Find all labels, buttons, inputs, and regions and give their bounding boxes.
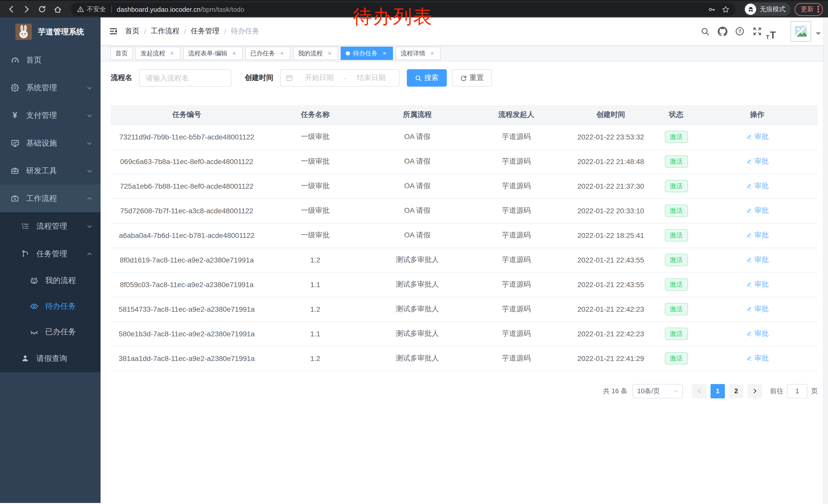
approve-link[interactable]: 审批: [746, 182, 769, 191]
next-page-button[interactable]: [747, 384, 762, 398]
search-icon[interactable]: [696, 22, 714, 40]
close-icon[interactable]: ×: [326, 50, 333, 57]
chevron-up-icon: [87, 251, 92, 257]
table-row: 069c6a63-7b8a-11ec-8ef0-acde48001122一级审批…: [111, 149, 818, 174]
table-row: 58154733-7ac8-11ec-a9e2-a2380e71991a1.2测…: [111, 297, 818, 321]
sidebar-item-devtools[interactable]: 研发工具: [0, 157, 100, 185]
status-badge: 激活: [665, 278, 688, 291]
svg-text:?: ?: [738, 29, 741, 34]
sidebar-item-label: 首页: [26, 55, 42, 65]
sidebar-item-done-tasks[interactable]: 已办任务: [0, 319, 100, 345]
tab-done-tasks[interactable]: 已办任务×: [245, 47, 290, 60]
table-row: 75d72608-7b7f-11ec-a3c8-acde48001122一级审批…: [111, 198, 818, 223]
sidebar-collapse-icon[interactable]: [100, 27, 125, 36]
tasks-table: 任务编号 任务名称 所属流程 流程发起人 创建时间 状态 操作 73211d9d…: [111, 105, 818, 371]
breadcrumb-workflow[interactable]: 工作流程: [151, 27, 179, 36]
sidebar-item-task-mgmt[interactable]: 任务管理: [0, 240, 100, 268]
breadcrumb-task-mgmt[interactable]: 任务管理: [191, 27, 219, 36]
date-range-picker[interactable]: 开始日期 - 结束日期: [280, 69, 400, 87]
font-size-icon[interactable]: TT: [766, 22, 783, 40]
page-button-1[interactable]: 1: [710, 384, 725, 398]
breadcrumb: 首页 / 工作流程 / 任务管理 / 待办任务: [125, 27, 259, 36]
approve-link[interactable]: 审批: [746, 132, 769, 141]
tab-home[interactable]: 首页: [110, 47, 133, 60]
logo-image: [15, 24, 32, 40]
pagination: 共 16 条 10条/页 1 2 前往 页: [111, 384, 818, 413]
tab-my-process[interactable]: 我的流程×: [293, 47, 338, 60]
sidebar-item-label: 任务管理: [36, 249, 67, 259]
sidebar-item-label: 研发工具: [26, 166, 57, 176]
close-icon[interactable]: ×: [381, 50, 388, 57]
sidebar-item-label: 待办任务: [45, 301, 76, 311]
sidebar-item-label: 请假查询: [36, 354, 67, 363]
browser-update-button[interactable]: 更新: [795, 3, 823, 16]
approve-link[interactable]: 审批: [746, 329, 769, 338]
col-initiator: 流程发起人: [467, 105, 566, 125]
tab-start-process[interactable]: 发起流程×: [135, 47, 180, 60]
main-area: 首页 / 工作流程 / 任务管理 / 待办任务 ?: [100, 17, 828, 503]
not-secure-label[interactable]: 不安全: [87, 5, 106, 13]
tab-form-edit[interactable]: 流程表单-编辑×: [183, 47, 243, 60]
monitor-icon: [10, 139, 19, 147]
url-text[interactable]: dashboard.yudao.iocoder.cn/bpm/task/todo: [117, 5, 244, 13]
browser-back-icon[interactable]: [5, 3, 17, 15]
process-name-input[interactable]: [139, 69, 232, 87]
table-row: 73211d9d-7b9b-11ec-b5b7-acde48001122一级审批…: [111, 125, 818, 149]
sidebar-item-todo-tasks[interactable]: 待办任务: [0, 293, 100, 319]
approve-link[interactable]: 审批: [746, 280, 769, 289]
password-key-icon[interactable]: [708, 5, 716, 13]
prev-page-button[interactable]: [692, 384, 706, 398]
approve-link[interactable]: 审批: [746, 231, 769, 240]
end-date-placeholder[interactable]: 结束日期: [348, 73, 394, 83]
table-body: 73211d9d-7b9b-11ec-b5b7-acde48001122一级审批…: [111, 125, 818, 371]
navbar-actions: ? TT: [696, 21, 828, 42]
github-icon[interactable]: [714, 22, 731, 40]
browser-forward-icon[interactable]: [20, 3, 33, 15]
close-icon[interactable]: ×: [169, 50, 175, 57]
table-row: 8f0d1619-7ac8-11ec-a9e2-a2380e71991a1.2测…: [111, 248, 818, 272]
approve-link[interactable]: 审批: [746, 206, 769, 215]
scrollbar[interactable]: [823, 17, 828, 504]
sidebar-item-home[interactable]: 首页: [0, 46, 100, 74]
sidebar-item-infrastructure[interactable]: 基础设施: [0, 129, 100, 157]
approve-link[interactable]: 审批: [746, 255, 769, 265]
close-icon[interactable]: ×: [279, 50, 285, 57]
browser-toolbar: 不安全 dashboard.yudao.iocoder.cn/bpm/task/…: [0, 0, 828, 17]
approve-link[interactable]: 审批: [746, 157, 769, 166]
start-date-placeholder[interactable]: 开始日期: [296, 73, 342, 83]
page-button-2[interactable]: 2: [729, 384, 743, 398]
sidebar-item-process-mgmt[interactable]: 流程管理: [0, 212, 100, 240]
tab-process-detail[interactable]: 流程详情×: [396, 47, 441, 60]
sidebar-item-label: 支付管理: [26, 110, 57, 120]
close-icon[interactable]: ×: [231, 50, 238, 57]
filter-form: 流程名 创建时间 开始日期 - 结束日期 搜索: [111, 69, 818, 87]
user-avatar[interactable]: [791, 21, 821, 42]
reset-button[interactable]: 重置: [452, 69, 492, 87]
incognito-badge: 无痕模式: [744, 3, 791, 16]
close-icon[interactable]: ×: [429, 50, 436, 57]
approve-link[interactable]: 审批: [746, 354, 769, 363]
approve-link[interactable]: 审批: [746, 305, 769, 314]
create-time-label: 创建时间: [245, 73, 274, 83]
sidebar-item-payment[interactable]: ¥ 支付管理: [0, 101, 100, 129]
browser-home-icon[interactable]: [51, 3, 64, 15]
tab-todo-tasks[interactable]: 待办任务×: [341, 47, 393, 60]
breadcrumb-home[interactable]: 首页: [125, 27, 139, 36]
page-size-select[interactable]: 10条/页: [632, 384, 683, 398]
sidebar-item-my-process[interactable]: 我的流程: [0, 268, 100, 293]
search-button[interactable]: 搜索: [407, 69, 447, 87]
fullscreen-icon[interactable]: [748, 22, 766, 40]
browser-reload-icon[interactable]: [36, 3, 48, 15]
help-icon[interactable]: ?: [731, 22, 748, 40]
goto-page-input[interactable]: [787, 384, 808, 398]
sidebar-item-workflow[interactable]: 工作流程: [0, 185, 100, 212]
sidebar: 芋道管理系统 首页 系统管理 ¥ 支付管理: [0, 17, 100, 503]
table-row: 381aa1dd-7ac8-11ec-a9e2-a2380e71991a1.2测…: [111, 346, 818, 371]
sidebar-item-label: 我的流程: [45, 276, 76, 285]
bookmark-star-icon[interactable]: [722, 5, 730, 13]
sidebar-item-system[interactable]: 系统管理: [0, 74, 100, 101]
sidebar-item-leave-query[interactable]: 请假查询: [0, 345, 100, 372]
user-icon: [20, 354, 30, 363]
address-bar[interactable]: 不安全 dashboard.yudao.iocoder.cn/bpm/task/…: [71, 3, 736, 16]
app-logo[interactable]: 芋道管理系统: [0, 17, 100, 46]
